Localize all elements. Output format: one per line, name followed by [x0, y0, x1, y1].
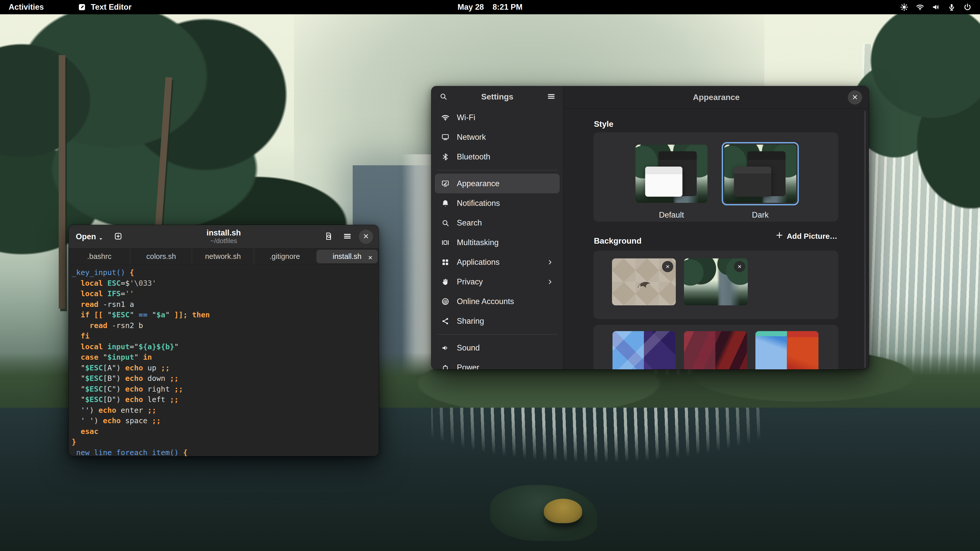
- window-title: install.sh ~/dotfiles: [207, 228, 241, 245]
- clock-button[interactable]: May 28 8:21 PM: [456, 2, 524, 12]
- headerbar-actions: [321, 229, 373, 244]
- main-menu-button[interactable]: [340, 229, 355, 244]
- code-line: ' ') echo space ;;: [72, 416, 379, 426]
- wallpaper-turtle: [544, 499, 582, 523]
- sidebar-item-label: Multitasking: [457, 238, 499, 247]
- sidebar-item-applications[interactable]: Applications: [435, 252, 560, 272]
- default-style-preview: [635, 144, 708, 203]
- sidebar-item-label: Network: [457, 133, 486, 142]
- style-option-default[interactable]: Default: [633, 142, 710, 222]
- sidebar-menu-button[interactable]: [544, 89, 558, 104]
- add-picture-button[interactable]: Add Picture…: [774, 231, 839, 241]
- remove-wallpaper-button[interactable]: [662, 261, 673, 272]
- forest-waterfall-wallpaper[interactable]: [684, 259, 748, 305]
- wallpaper-foam: [431, 408, 765, 463]
- style-section-label: Style: [594, 119, 613, 129]
- close-settings-button[interactable]: [848, 90, 862, 105]
- appearance-page: Style DefaultDark Background Add Picture…: [564, 109, 869, 369]
- sidebar-item-notifications[interactable]: Notifications: [435, 193, 560, 213]
- tab-bar: .bashrccolors.shnetwork.sh.gitignoreinst…: [68, 248, 379, 265]
- text-editor-headerbar: Open install.sh ~/dotfiles: [68, 225, 379, 248]
- focused-app-menu[interactable]: Text Editor: [78, 3, 132, 12]
- chevron-right-icon: [546, 278, 554, 286]
- remove-wallpaper-button[interactable]: [734, 261, 745, 272]
- settings-sidebar: Settings Wi-FiNetworkBluetoothAppearance…: [431, 86, 564, 369]
- new-tab-button[interactable]: [111, 229, 126, 244]
- code-line: esac: [72, 426, 379, 437]
- bluetooth-icon: [441, 152, 450, 161]
- bell-icon: [441, 199, 450, 208]
- content-headerbar: Appearance: [564, 86, 869, 109]
- close-icon: [363, 233, 369, 240]
- close-window-button[interactable]: [359, 230, 373, 244]
- sidebar-item-appearance[interactable]: Appearance: [435, 174, 560, 193]
- scrollbar[interactable]: [864, 111, 865, 368]
- sidebar-item-privacy[interactable]: Privacy: [435, 272, 560, 292]
- sidebar-item-sound[interactable]: Sound: [435, 338, 560, 358]
- desktop: Activities Text Editor May 28 8:21 PM Op…: [0, 0, 980, 551]
- grid-icon: [441, 258, 450, 267]
- code-line: read -rsn2 b: [72, 321, 379, 331]
- sidebar-item-label: Wi-Fi: [457, 113, 475, 122]
- code-line: read -rsn1 a: [72, 299, 379, 310]
- code-line: local IFS='': [72, 289, 379, 299]
- date-label: May 28: [458, 3, 484, 12]
- document-path: ~/dotfiles: [207, 237, 241, 245]
- style-card: DefaultDark: [593, 132, 838, 222]
- speaker-icon: [441, 344, 450, 352]
- tab-install.sh[interactable]: install.sh: [317, 250, 378, 263]
- tab-.gitignore[interactable]: .gitignore: [254, 248, 315, 265]
- code-line: _new_line_foreach_item() {: [72, 448, 379, 456]
- code-line: fi: [72, 331, 379, 341]
- code-line: "$ESC[C") echo right ;;: [72, 384, 379, 395]
- blue-hexagons-split[interactable]: [612, 331, 676, 369]
- system-backgrounds-card: [593, 325, 838, 369]
- code-line: "$ESC[A") echo up ;;: [72, 363, 379, 373]
- sidebar-item-wi-fi[interactable]: Wi-Fi: [435, 108, 560, 127]
- close-tab-icon[interactable]: [368, 254, 373, 259]
- sidebar-item-sharing[interactable]: Sharing: [435, 311, 560, 331]
- code-line: if [[ "$ESC" == "$a" ]]; then: [72, 310, 379, 321]
- chevron-right-icon: [546, 259, 554, 266]
- tab-network.sh[interactable]: network.sh: [192, 248, 253, 265]
- sidebar-item-bluetooth[interactable]: Bluetooth: [435, 147, 560, 167]
- background-section-label: Background: [594, 236, 641, 246]
- code-editor-area[interactable]: _key_input() { local ESC=$'\033' local I…: [68, 265, 379, 456]
- wallpaper-tree-trunk: [59, 55, 65, 309]
- share-icon: [441, 317, 450, 326]
- sidebar-item-search[interactable]: Search: [435, 213, 560, 233]
- sidebar-item-label: Applications: [457, 258, 500, 267]
- doc-search-icon: [324, 232, 333, 241]
- dark-red-waves-split[interactable]: [684, 331, 747, 369]
- search-icon: [439, 92, 448, 102]
- code-line: case "$input" in: [72, 352, 379, 363]
- system-status-area[interactable]: [898, 3, 980, 12]
- tiles-dragon-wallpaper[interactable]: [612, 259, 676, 305]
- preview-front-window: [734, 167, 771, 197]
- activities-button[interactable]: Activities: [7, 2, 45, 12]
- blue-orange-drips-split[interactable]: [756, 331, 818, 369]
- sidebar-separator: [437, 334, 558, 335]
- text-editor-app-icon: [78, 3, 86, 11]
- code-line: local input="${a}${b}": [72, 341, 379, 352]
- sidebar-item-online-accounts[interactable]: @Online Accounts: [435, 292, 560, 311]
- search-button[interactable]: [436, 89, 451, 104]
- sidebar-item-network[interactable]: Network: [435, 127, 560, 147]
- tab-colors.sh[interactable]: colors.sh: [130, 248, 192, 265]
- sidebar-item-label: Online Accounts: [457, 297, 514, 306]
- style-option-dark[interactable]: Dark: [722, 142, 799, 222]
- sidebar-item-power[interactable]: Power: [435, 358, 560, 369]
- at-icon: @: [441, 297, 450, 306]
- sidebar-item-label: Appearance: [457, 179, 500, 188]
- document-preview-button[interactable]: [321, 229, 336, 244]
- tab-label: .gitignore: [269, 252, 300, 261]
- open-button[interactable]: Open: [74, 232, 105, 241]
- sidebar-item-multitasking[interactable]: Multitasking: [435, 233, 560, 252]
- sidebar-item-label: Search: [457, 218, 482, 227]
- style-options: DefaultDark: [593, 132, 838, 222]
- tab-.bashrc[interactable]: .bashrc: [68, 248, 130, 265]
- sidebar-separator: [437, 170, 558, 170]
- settings-panel-list: Wi-FiNetworkBluetoothAppearanceNotificat…: [431, 105, 563, 369]
- chevron-down-icon: [98, 235, 103, 240]
- user-backgrounds-card: [593, 251, 838, 319]
